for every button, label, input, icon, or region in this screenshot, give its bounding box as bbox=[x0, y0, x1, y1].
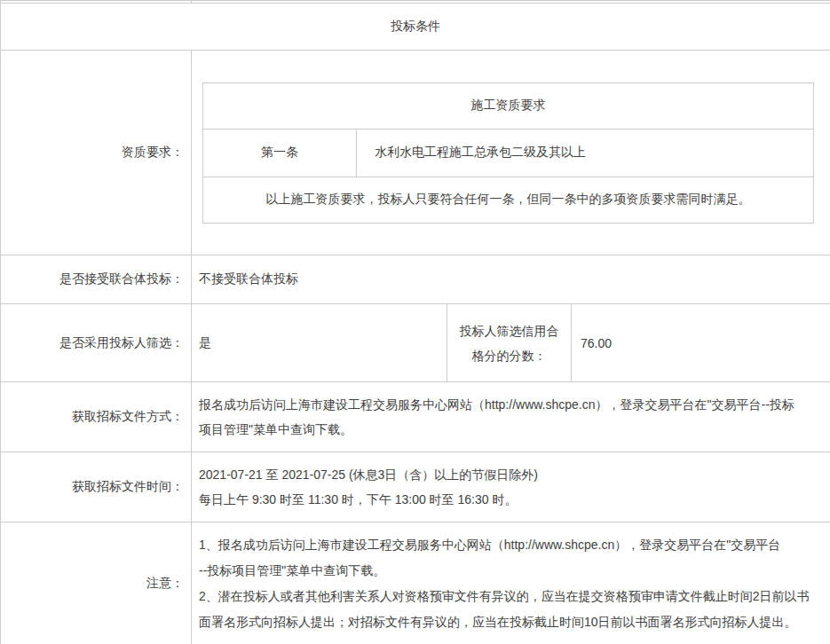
doc-time-value: 2021-07-21 至 2021-07-25 (休息3日（含）以上的节假日除外… bbox=[192, 452, 830, 522]
doc-method-row: 获取招标文件方式： 报名成功后访问上海市建设工程交易服务中心网站（http://… bbox=[1, 382, 830, 452]
notice-line1: 1、报名成功后访问上海市建设工程交易服务中心网站（http://www.shcp… bbox=[199, 532, 823, 558]
doc-method-line1: 报名成功后访问上海市建设工程交易服务中心网站（http://www.shcpe.… bbox=[199, 392, 823, 417]
doc-time-line1: 2021-07-21 至 2021-07-25 (休息3日（含）以上的节假日除外… bbox=[199, 462, 823, 487]
bid-conditions-table: 投标条件 资质要求： 施工资质要求 第一条 水利水电工程施工总承包二级及其以上 bbox=[0, 0, 830, 644]
qualification-content-cell: 施工资质要求 第一条 水利水电工程施工总承包二级及其以上 以上施工资质要求，投标… bbox=[192, 51, 830, 255]
doc-method-line2: 项目管理"菜单中查询下载。 bbox=[199, 417, 823, 442]
construction-qualification-header-row: 施工资质要求 bbox=[203, 82, 814, 129]
notice-label: 注意： bbox=[1, 522, 192, 644]
construction-qualification-table: 施工资质要求 第一条 水利水电工程施工总承包二级及其以上 以上施工资质要求，投标… bbox=[202, 82, 814, 224]
screening-value: 是 bbox=[192, 304, 447, 382]
screening-score-label-line1: 投标人筛选信用合 bbox=[458, 318, 560, 343]
qualification-row: 资质要求： 施工资质要求 第一条 水利水电工程施工总承包二级及其以上 bbox=[1, 51, 830, 255]
doc-method-label: 获取招标文件方式： bbox=[1, 382, 192, 452]
section-title: 投标条件 bbox=[1, 4, 830, 51]
section-header-row: 投标条件 bbox=[1, 4, 830, 51]
consortium-value: 不接受联合体投标 bbox=[192, 255, 830, 304]
construction-qualification-header: 施工资质要求 bbox=[203, 82, 814, 129]
qualification-note: 以上施工资质要求，投标人只要符合任何一条，但同一条中的多项资质要求需同时满足。 bbox=[203, 177, 814, 223]
qualification-note-row: 以上施工资质要求，投标人只要符合任何一条，但同一条中的多项资质要求需同时满足。 bbox=[203, 177, 814, 223]
consortium-row: 是否接受联合体投标： 不接受联合体投标 bbox=[1, 255, 830, 304]
qualification-item-row: 第一条 水利水电工程施工总承包二级及其以上 bbox=[203, 129, 814, 177]
qualification-item-value: 水利水电工程施工总承包二级及其以上 bbox=[357, 129, 814, 177]
doc-time-row: 获取招标文件时间： 2021-07-21 至 2021-07-25 (休息3日（… bbox=[1, 452, 830, 522]
notice-line3: 2、潜在投标人或者其他利害关系人对资格预审文件有异议的，应当在提交资格预审申请文… bbox=[199, 584, 823, 609]
consortium-label: 是否接受联合体投标： bbox=[1, 255, 192, 304]
qualification-item-number: 第一条 bbox=[203, 129, 357, 177]
screening-row: 是否采用投标人筛选： 是 投标人筛选信用合 格分的分数： 76.00 bbox=[1, 304, 830, 382]
notice-line4: 面署名形式向招标人提出；对招标文件有异议的，应当在投标截止时间10日前以书面署名… bbox=[199, 609, 823, 635]
screening-score-label: 投标人筛选信用合 格分的分数： bbox=[447, 304, 572, 382]
doc-time-label: 获取招标文件时间： bbox=[1, 452, 192, 522]
screening-score-label-line2: 格分的分数： bbox=[458, 343, 560, 368]
notice-line2: --投标项目管理"菜单中查询下载。 bbox=[199, 558, 823, 584]
notice-row: 注意： 1、报名成功后访问上海市建设工程交易服务中心网站（http://www.… bbox=[1, 522, 830, 644]
doc-method-value: 报名成功后访问上海市建设工程交易服务中心网站（http://www.shcpe.… bbox=[192, 382, 830, 452]
qualification-label: 资质要求： bbox=[1, 51, 192, 255]
screening-label: 是否采用投标人筛选： bbox=[1, 304, 192, 382]
notice-value: 1、报名成功后访问上海市建设工程交易服务中心网站（http://www.shcp… bbox=[192, 522, 830, 644]
doc-time-line2: 每日上午 9:30 时至 11:30 时，下午 13:00 时至 16:30 时… bbox=[199, 487, 823, 512]
screening-score-value: 76.00 bbox=[572, 304, 830, 382]
